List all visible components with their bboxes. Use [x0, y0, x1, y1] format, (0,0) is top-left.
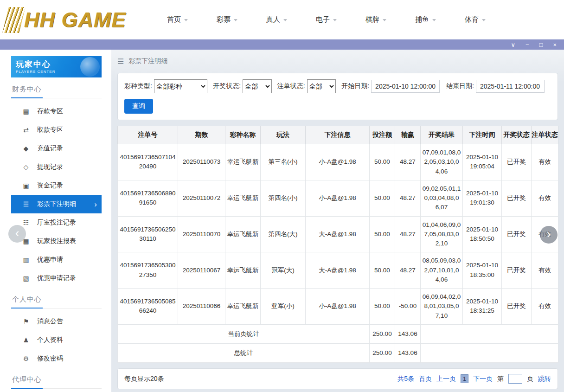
table-cell: 09,02,05,01,10,03,04,08,06,07 [421, 180, 463, 216]
column-header: 下注时间 [463, 126, 502, 144]
summary-bet-total: 250.00 [370, 324, 395, 343]
filter-panel: 彩种类型: 全部彩种 开奖状态: 全部 注单状态: 全部 开始日期: 结束日期: [117, 73, 558, 120]
order-status-select[interactable]: 全部 [307, 79, 336, 93]
summary-bet-total: 250.00 [370, 344, 395, 363]
summary-label: 总统计 [118, 344, 370, 363]
nav-item-label: 首页 [167, 15, 181, 24]
sidebar-menu-group: ⚑消息公告♟个人资料⚙修改密码 [11, 312, 102, 368]
summary-winloss-total: 143.06 [395, 344, 421, 363]
table-cell: 48.27 [395, 180, 421, 216]
sidebar-item[interactable]: ◆充值记录 [11, 139, 102, 158]
sidebar-item[interactable]: ▣资金记录 [11, 176, 102, 195]
nav-item[interactable]: 首页 [167, 15, 188, 24]
table-cell: 有效 [532, 180, 558, 216]
prev-page-link[interactable]: 上一页 [436, 375, 456, 383]
end-date-label: 结束日期: [446, 82, 474, 90]
end-date-input[interactable] [476, 80, 545, 93]
summary-label: 当前页统计 [118, 324, 370, 343]
sidebar-section-header: 个人中心 [11, 295, 102, 308]
table-cell: 50.00 [370, 216, 395, 252]
nav-item[interactable]: 真人 [266, 15, 287, 24]
scroll-left-button[interactable]: ‹ [8, 225, 26, 243]
table-row: 40156917365053002735020250110067幸运飞艇新冠军(… [118, 252, 558, 289]
table-cell: 01,04,06,09,07,05,08,03,02,10 [421, 216, 463, 252]
first-page-link[interactable]: 首页 [419, 375, 432, 383]
nav-item[interactable]: 电子 [316, 15, 337, 24]
maximize-icon[interactable]: □ [539, 42, 543, 48]
nav-item[interactable]: 捕鱼 [415, 15, 436, 24]
lottery-type-select[interactable]: 全部彩种 [154, 79, 207, 93]
table-cell: 有效 [532, 289, 558, 325]
sidebar-item[interactable]: ◇提现记录 [11, 158, 102, 176]
chevron-down-icon [482, 19, 486, 21]
column-header: 输赢 [395, 126, 421, 144]
jump-page-input[interactable] [508, 374, 522, 384]
nav-item[interactable]: 棋牌 [365, 15, 386, 24]
sidebar-item-label: 彩票下注明细 [37, 200, 76, 208]
table-cell: 幸运飞艇新 [225, 216, 261, 252]
sidebar-item-label: 优惠申请记录 [37, 274, 76, 283]
current-page-button[interactable]: 1 [461, 374, 468, 383]
search-button[interactable]: 查询 [124, 99, 153, 114]
hamburger-menu-icon[interactable]: ☰ [117, 57, 124, 66]
app-body: 玩家中心 PLAYERS CENTER 财务中心▤存款专区⇄取款专区◆充值记录◇… [0, 50, 564, 392]
chevron-down-icon[interactable]: ∨ [511, 42, 515, 48]
sidebar-section-label: 代理中心 [11, 375, 43, 389]
sidebar-item-label: 修改密码 [37, 354, 63, 363]
table-row: 40156917365068909165020250110072幸运飞艇新第四名… [118, 180, 558, 216]
chevron-down-icon [432, 19, 436, 21]
sidebar-item[interactable]: ☰彩票下注明细› [11, 195, 102, 213]
sidebar-section-label: 个人中心 [11, 295, 43, 308]
nav-item[interactable]: 彩票 [217, 15, 237, 24]
jump-button[interactable]: 跳转 [538, 375, 551, 383]
table-row: 40156917365062503011020250110070幸运飞艇新第四名… [118, 216, 558, 252]
sidebar-item[interactable]: ⚙修改密码 [11, 349, 102, 368]
table-cell: 大-A盘@1.98 [306, 252, 370, 289]
bet-detail-table: 注单号期数彩种名称玩法下注信息投注额输赢开奖结果下注时间开奖状态注单状态 401… [117, 126, 558, 363]
next-page-link[interactable]: 下一页 [473, 375, 493, 383]
sidebar-item-label: 个人资料 [37, 336, 63, 344]
funds-record-icon: ▣ [22, 182, 30, 189]
table-cell: 20250110072 [178, 180, 225, 216]
chevron-down-icon [333, 19, 337, 21]
table-cell: 50.00 [370, 289, 395, 325]
sidebar-item[interactable]: ▧优惠申请记录 [11, 269, 102, 288]
column-header: 注单号 [118, 126, 178, 144]
close-icon[interactable]: × [553, 42, 557, 48]
chevron-down-icon [234, 19, 237, 21]
table-header-row: 注单号期数彩种名称玩法下注信息投注额输赢开奖结果下注时间开奖状态注单状态 [118, 126, 558, 144]
total-count-text: 共5条 [397, 375, 414, 383]
table-cell: 第四名(小) [261, 180, 306, 216]
table-cell: 2025-01-10 19:05:04 [463, 144, 502, 180]
nav-item[interactable]: 体育 [465, 15, 486, 24]
sidebar-item[interactable]: ▤存款专区 [11, 102, 102, 121]
table-cell: 已开奖 [502, 144, 532, 180]
table-cell: 2025-01-10 19:01:30 [463, 180, 502, 216]
message-icon: ⚑ [22, 318, 30, 325]
breadcrumb: ☰ 彩票下注明细 [117, 50, 558, 73]
sidebar-item[interactable]: ♟个人资料 [11, 331, 102, 349]
nav-item-label: 电子 [316, 15, 330, 24]
table-cell: 50.00 [370, 252, 395, 289]
nav-item-label: 真人 [266, 15, 280, 24]
promo-apply-record-icon: ▧ [22, 275, 30, 282]
table-cell: 08,05,09,03,02,07,10,01,04,06 [421, 252, 463, 289]
main-content: ☰ 彩票下注明细 彩种类型: 全部彩种 开奖状态: 全部 注单状态: 全部 [111, 50, 564, 392]
chevron-right-icon: › [94, 200, 97, 208]
sidebar-item[interactable]: ⇄取款专区 [11, 121, 102, 139]
nav-item-label: 彩票 [217, 15, 231, 24]
draw-status-label: 开奖状态: [213, 82, 241, 90]
scroll-right-button[interactable]: › [540, 226, 558, 244]
sidebar-item-label: 消息公告 [37, 317, 63, 326]
bet-table-wrap: 注单号期数彩种名称玩法下注信息投注额输赢开奖结果下注时间开奖状态注单状态 401… [117, 126, 558, 363]
sidebar-item[interactable]: ⚑消息公告 [11, 312, 102, 331]
start-date-input[interactable] [371, 80, 440, 93]
table-cell: -50.00 [395, 289, 421, 325]
table-cell: 20250110070 [178, 216, 225, 252]
minimize-icon[interactable]: − [526, 42, 529, 48]
draw-status-select[interactable]: 全部 [243, 79, 272, 93]
site-header: HH GAME 首页彩票真人电子棋牌捕鱼体育 [0, 0, 564, 39]
table-cell: 401569173650710420490 [118, 144, 178, 180]
chevron-down-icon [383, 19, 386, 21]
sidebar-item[interactable]: ▥优惠申请 [11, 251, 102, 269]
